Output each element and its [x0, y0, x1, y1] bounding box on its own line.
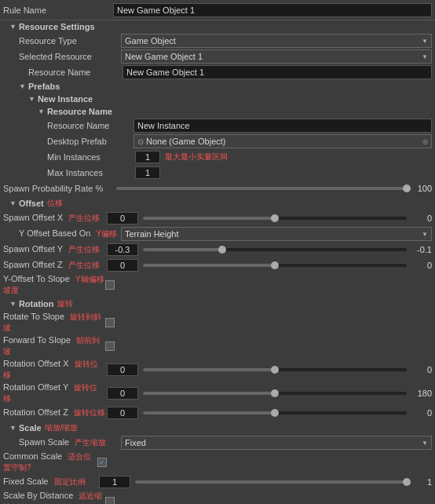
y-offset-based-on-row: Y Offset Based On Y偏移 Terrain Height ▼ [0, 226, 435, 242]
forward-to-slope-checkbox[interactable] [105, 341, 115, 351]
selected-resource-dropdown[interactable]: New Game Object 1 ▼ [121, 49, 432, 64]
spawn-offset-x-track[interactable] [143, 217, 407, 220]
rotation-label: Rotation [19, 299, 54, 309]
rotation-offset-x-thumb[interactable] [271, 366, 279, 374]
rotation-note: 旋转 [57, 298, 73, 309]
rotation-offset-z-thumb[interactable] [271, 409, 279, 417]
scale-by-distance-checkbox[interactable] [105, 497, 115, 504]
y-offset-based-on-label: Y Offset Based On Y偏移 [19, 228, 121, 239]
rotation-offset-z-value: 0 [410, 408, 432, 418]
spawn-offset-z-thumb[interactable] [271, 261, 279, 269]
resource-name-value-1[interactable]: New Game Object 1 [122, 65, 432, 79]
resource-type-dropdown[interactable]: Game Object ▼ [121, 34, 432, 48]
prefabs-header[interactable]: ▼ Prefabs [0, 80, 435, 93]
spawn-offset-z-input[interactable]: 0 [107, 259, 138, 272]
scale-toggle: ▼ [9, 424, 16, 432]
desktop-prefab-icon: ⊙ [137, 137, 144, 146]
spawn-probability-value: 100 [410, 184, 432, 193]
rotation-offset-y-thumb[interactable] [271, 389, 279, 397]
spawn-scale-label: Spawn Scale 产生缩放 [19, 437, 121, 448]
spawn-probability-thumb[interactable] [403, 184, 411, 192]
spawn-scale-value: Fixed [125, 438, 146, 447]
rotation-toggle: ▼ [9, 300, 16, 308]
rotation-offset-x-input[interactable]: 0 [107, 363, 138, 376]
prefabs-toggle: ▼ [19, 82, 26, 90]
spawn-probability-fill [116, 187, 407, 190]
resource-name-label-1: Resource Name [28, 68, 122, 77]
prefab-resource-name-label: Resource Name [47, 121, 133, 130]
selected-resource-arrow: ▼ [422, 53, 428, 60]
spawn-offset-y-fill [143, 248, 222, 251]
y-offset-to-slope-checkbox[interactable] [105, 280, 115, 290]
spawn-offset-y-input[interactable]: -0.3 [107, 243, 138, 256]
spawn-offset-y-thumb[interactable] [218, 246, 226, 254]
forward-to-slope-label: Forward To Slope 朝前到坡 [3, 335, 105, 357]
resource-settings-label: Resource Settings [19, 22, 95, 31]
new-instance-toggle: ▼ [28, 95, 35, 103]
scale-by-distance-label: Scale By Distance 远近缩放 [3, 491, 105, 504]
spawn-scale-row: Spawn Scale 产生缩放 Fixed ▼ [0, 435, 435, 451]
scale-header[interactable]: ▼ Scale 缩放/缩放 [0, 421, 435, 435]
rotation-offset-z-input[interactable]: 0 [107, 407, 138, 419]
spawn-offset-x-fill [143, 217, 275, 220]
desktop-prefab-dropdown[interactable]: ⊙ None (Game Object) ◎ [133, 134, 432, 148]
resource-type-label: Resource Type [19, 36, 121, 46]
fixed-scale-fill [135, 480, 407, 484]
spawn-scale-dropdown[interactable]: Fixed ▼ [121, 436, 432, 450]
fixed-scale-track[interactable] [135, 480, 407, 484]
desktop-prefab-arrow: ◎ [422, 138, 428, 145]
rotation-offset-y-value: 180 [410, 389, 432, 398]
spawn-offset-x-input[interactable]: 0 [107, 212, 138, 225]
fixed-scale-thumb[interactable] [403, 478, 411, 486]
common-scale-row: Common Scale 适合位置守制? [0, 451, 435, 474]
spawn-offset-z-value: 0 [410, 261, 432, 270]
spawn-offset-z-label: Spawn Offset Z 产生位移 [3, 260, 105, 271]
resource-settings-header[interactable]: ▼ Resource Settings [0, 20, 435, 33]
spawn-offset-x-thumb[interactable] [271, 214, 279, 222]
spawn-probability-track[interactable] [116, 187, 407, 190]
spawn-offset-y-track[interactable] [143, 248, 407, 251]
fixed-scale-value: 1 [410, 477, 432, 487]
fixed-scale-label: Fixed Scale 固定比例 [3, 477, 97, 488]
selected-resource-row: Selected Resource New Game Object 1 ▼ [0, 49, 435, 64]
prefab-header[interactable]: ▼ Resource Name [0, 105, 435, 118]
rotation-offset-z-track[interactable] [143, 411, 407, 415]
rule-name-value[interactable]: New Game Object 1 [113, 3, 432, 17]
resource-type-arrow: ▼ [422, 38, 428, 45]
selected-resource-label: Selected Resource [19, 52, 121, 61]
offset-header[interactable]: ▼ Offset 位移 [0, 196, 435, 210]
rotation-header[interactable]: ▼ Rotation 旋转 [0, 297, 435, 311]
resource-name-row-1: Resource Name New Game Object 1 [0, 64, 435, 80]
spawn-offset-y-label: Spawn Offset Y 产生位移 [3, 244, 105, 255]
min-instances-input[interactable]: 1 [135, 151, 160, 163]
resource-settings-toggle: ▼ [9, 23, 16, 31]
min-instances-row: Min Instances 1 最大最小实量区间 [0, 149, 435, 165]
rotation-offset-y-input[interactable]: 0 [107, 387, 138, 400]
forward-to-slope-row: Forward To Slope 朝前到坡 [0, 334, 435, 358]
spawn-offset-x-value: 0 [410, 214, 432, 223]
spawn-offset-x-label: Spawn Offset X 产生位移 [3, 213, 105, 224]
rotation-offset-x-track[interactable] [143, 368, 407, 371]
new-instance-label: New Instance [38, 94, 93, 104]
min-instances-note: 最大最小实量区间 [165, 152, 228, 163]
rotation-offset-z-fill [143, 411, 275, 415]
prefab-resource-name-value[interactable]: New Instance [133, 119, 432, 133]
rotate-to-slope-label: Rotate To Slope 旋转到斜坡 [3, 312, 105, 334]
y-offset-based-on-dropdown[interactable]: Terrain Height ▼ [121, 227, 432, 241]
rotation-offset-y-row: Rotation Offset Y 旋转位移 0 180 [0, 382, 435, 405]
rule-name-row: Rule Name New Game Object 1 [0, 0, 435, 20]
rotate-to-slope-checkbox[interactable] [105, 318, 115, 327]
scale-note: 缩放/缩放 [45, 422, 79, 433]
rotation-offset-y-track[interactable] [143, 392, 407, 395]
y-offset-based-on-value: Terrain Height [125, 229, 178, 239]
common-scale-checkbox[interactable] [97, 458, 107, 467]
fixed-scale-row: Fixed Scale 固定比例 1 1 [0, 474, 435, 490]
selected-resource-value: New Game Object 1 [125, 52, 203, 61]
offset-toggle: ▼ [9, 199, 16, 207]
spawn-offset-z-track[interactable] [143, 264, 407, 267]
new-instance-header[interactable]: ▼ New Instance [0, 93, 435, 105]
max-instances-input[interactable]: 1 [135, 166, 160, 179]
fixed-scale-input[interactable]: 1 [99, 476, 130, 488]
desktop-prefab-value: None (Game Object) [146, 137, 225, 146]
offset-note: 位移 [47, 198, 63, 209]
